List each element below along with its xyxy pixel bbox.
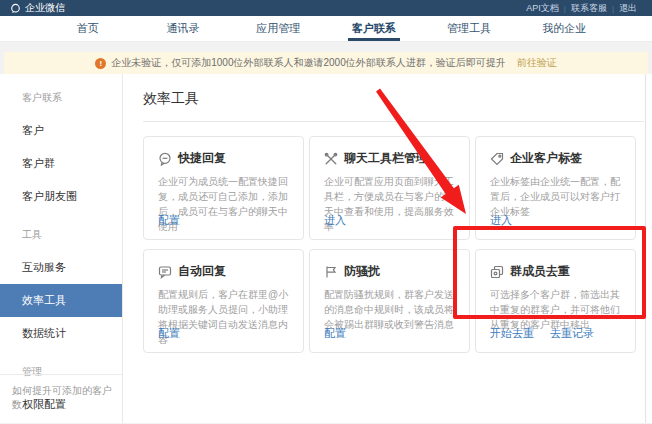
app-logo[interactable]: 企业微信 (10, 1, 65, 15)
anti-harassment-configure-link[interactable]: 配置 (324, 326, 346, 341)
nav-my-enterprise[interactable]: 我的企业 (517, 16, 612, 41)
sidebar: 客户联系 客户 客户群 客户朋友圈 工具 互动服务 效率工具 数据统计 管理 权… (0, 74, 123, 423)
card-quick-reply: 快捷回复 企业可为成员统一配置快捷回复，成员还可自己添加，添加后，成员可在与客户… (143, 136, 304, 240)
start-dedup-link[interactable]: 开始去重 (490, 326, 534, 341)
top-bar: 企业微信 API文档 | 联系客服 | 退出 (0, 0, 652, 16)
card-anti-harassment: 防骚扰 配置防骚扰规则，群客户发送的消息命中规则时，该成员将会被踢出群聊或收到警… (309, 249, 470, 353)
nav-management-tools[interactable]: 管理工具 (421, 16, 516, 41)
sidebar-item-efficiency-tools[interactable]: 效率工具 (0, 284, 122, 317)
card-title: 快捷回复 (178, 150, 226, 167)
card-title: 防骚扰 (344, 263, 380, 280)
main-panel: 效率工具 快捷回复 企业可为成员统一配置快捷回复，成员还可自己添加，添加后，成员… (123, 74, 652, 423)
card-auto-reply: 自动回复 配置规则后，客户在群里@小助理或服务人员提问，小助理将根据关键词自动发… (143, 249, 304, 353)
auto-reply-configure-link[interactable]: 配置 (158, 326, 180, 341)
topbar-links: API文档 | 联系客服 | 退出 (521, 2, 642, 15)
sidebar-section-tools: 工具 (0, 219, 122, 251)
wework-logo-icon (10, 3, 21, 14)
chat-toolbar-icon (324, 152, 338, 166)
customer-tags-enter-link[interactable]: 进入 (490, 213, 512, 228)
warning-icon: ! (95, 58, 106, 69)
auto-reply-icon (158, 265, 172, 279)
anti-harassment-icon (324, 265, 338, 279)
card-title: 企业客户标签 (510, 150, 582, 167)
sidebar-item-customer-groups[interactable]: 客户群 (0, 147, 122, 180)
sidebar-item-customer-moments[interactable]: 客户朋友圈 (0, 180, 122, 213)
go-verify-link[interactable]: 前往验证 (517, 56, 557, 70)
customer-tag-icon (490, 152, 504, 166)
contact-support-link[interactable]: 联系客服 (566, 2, 612, 15)
dedup-records-link[interactable]: 去重记录 (550, 326, 594, 341)
card-title: 群成员去重 (510, 263, 570, 280)
app-logo-label: 企业微信 (25, 1, 65, 15)
chat-toolbar-enter-link[interactable]: 进入 (324, 213, 346, 228)
quick-reply-icon (158, 152, 172, 166)
nav-app-management[interactable]: 应用管理 (231, 16, 326, 41)
content-area: 客户联系 客户 客户群 客户朋友圈 工具 互动服务 效率工具 数据统计 管理 权… (0, 74, 652, 423)
verification-warning-banner: ! 企业未验证，仅可添加1000位外部联系人和邀请2000位外部联系人进群，验证… (4, 52, 648, 74)
tool-cards-grid: 快捷回复 企业可为成员统一配置快捷回复，成员还可自己添加，添加后，成员可在与客户… (143, 136, 644, 353)
chevron-right-icon: ＞ (25, 399, 35, 410)
card-title: 自动回复 (178, 263, 226, 280)
sidebar-item-customers[interactable]: 客户 (0, 114, 122, 147)
nav-contacts[interactable]: 通讯录 (135, 16, 230, 41)
logout-link[interactable]: 退出 (614, 2, 642, 15)
api-docs-link[interactable]: API文档 (521, 2, 564, 15)
banner-wrap: ! 企业未验证，仅可添加1000位外部联系人和邀请2000位外部联系人进群，验证… (0, 42, 652, 74)
page-title: 效率工具 (143, 90, 644, 122)
sidebar-section-customer-contact: 客户联系 (0, 82, 122, 114)
group-dedup-icon (490, 265, 504, 279)
increase-customer-limit-link[interactable]: 如何提升可添加的客户数 ＞ (0, 374, 122, 423)
quick-reply-configure-link[interactable]: 配置 (158, 213, 180, 228)
nav-home[interactable]: 首页 (40, 16, 135, 41)
card-customer-tags: 企业客户标签 企业标签由企业统一配置，配置后，企业成员可以对客户打企业标签 进入 (475, 136, 636, 240)
card-group-member-dedup: 群成员去重 可选择多个客户群，筛选出其中重复的群客户，并可将他们从重复的客户群中… (475, 249, 636, 353)
nav-customer-contact[interactable]: 客户联系 (326, 16, 421, 41)
sidebar-item-data-statistics[interactable]: 数据统计 (0, 317, 122, 350)
sidebar-item-interactive-services[interactable]: 互动服务 (0, 251, 122, 284)
warning-text: 企业未验证，仅可添加1000位外部联系人和邀请2000位外部联系人进群，验证后即… (111, 56, 506, 70)
card-chat-toolbar: 聊天工具栏管理 企业可配置应用页面到聊天工具栏，方便成员在与客户的聊天中查看和使… (309, 136, 470, 240)
primary-nav: 首页 通讯录 应用管理 客户联系 管理工具 我的企业 (0, 16, 652, 42)
card-title: 聊天工具栏管理 (344, 150, 428, 167)
content-right-divider (645, 74, 646, 423)
